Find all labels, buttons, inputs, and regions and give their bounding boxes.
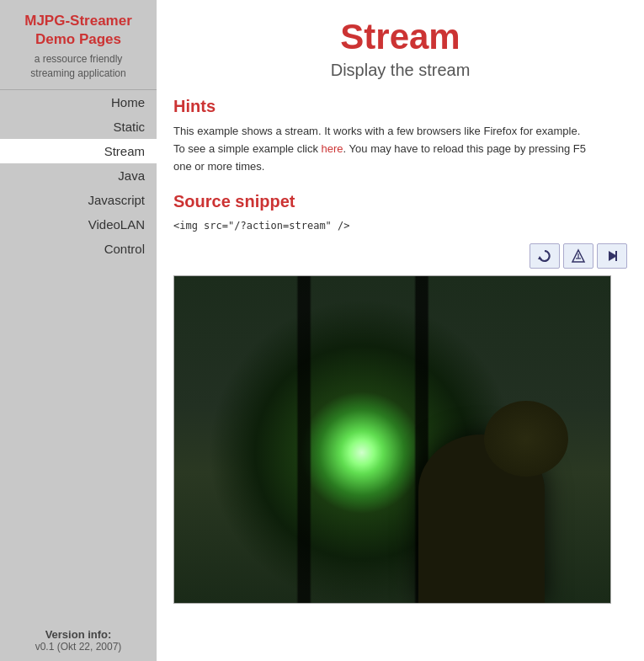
control-buttons <box>173 243 627 269</box>
sidebar-item-videolan[interactable]: VideoLAN <box>0 212 157 237</box>
play-icon <box>604 248 620 264</box>
person-head <box>484 401 568 477</box>
main-content: Stream Display the stream Hints This exa… <box>157 0 644 661</box>
sidebar-item-control[interactable]: Control <box>0 237 157 261</box>
sidebar-title: MJPG-StreamerDemo Pages <box>8 12 148 49</box>
sidebar-version-label: Version info: <box>8 628 148 641</box>
source-snippet-title: Source snippet <box>173 192 627 211</box>
sidebar-header: MJPG-StreamerDemo Pages a ressource frie… <box>0 0 157 89</box>
sidebar-item-java[interactable]: Java <box>0 163 157 188</box>
stream-container <box>173 275 611 604</box>
hints-title: Hints <box>173 97 627 116</box>
page-title: Stream <box>173 17 627 57</box>
stream-image <box>174 276 610 603</box>
zoom-icon <box>571 248 586 264</box>
sidebar-item-home[interactable]: Home <box>0 90 157 115</box>
code-block: <img src="/?action=stream" /> <box>173 220 627 232</box>
sidebar: MJPG-StreamerDemo Pages a ressource frie… <box>0 0 157 661</box>
play-button[interactable] <box>597 243 627 269</box>
svg-marker-0 <box>538 256 542 259</box>
refresh-button[interactable] <box>530 243 560 269</box>
sidebar-version-value: v0.1 (Okt 22, 2007) <box>8 641 148 653</box>
hints-link[interactable]: here <box>322 142 343 155</box>
sidebar-item-stream[interactable]: Stream <box>0 139 157 163</box>
sidebar-item-static[interactable]: Static <box>0 115 157 139</box>
page-subtitle: Display the stream <box>173 61 627 80</box>
sidebar-subtitle: a ressource friendlystreaming applicatio… <box>8 52 148 81</box>
hints-text: This example shows a stream. It works wi… <box>173 123 627 175</box>
refresh-icon <box>537 248 552 264</box>
zoom-button[interactable] <box>563 243 593 269</box>
sidebar-nav: Home Static Stream Java Javascript Video… <box>0 90 157 261</box>
sidebar-item-javascript[interactable]: Javascript <box>0 188 157 212</box>
sidebar-version: Version info: v0.1 (Okt 22, 2007) <box>0 615 157 661</box>
